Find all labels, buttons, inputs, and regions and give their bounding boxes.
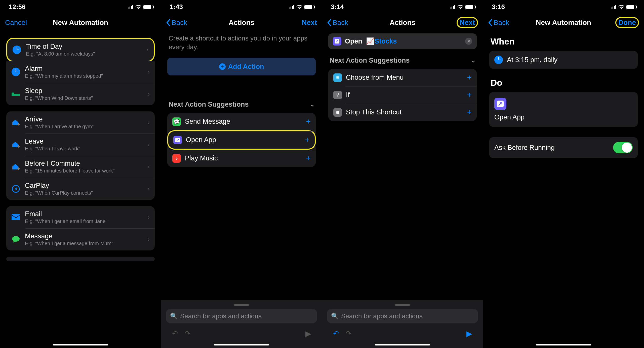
- search-icon: 🔍: [170, 313, 178, 320]
- clock-icon: [494, 56, 503, 64]
- trigger-sub: E.g. "When I arrive at the gym": [25, 124, 143, 129]
- chevron-right-icon: ›: [148, 163, 150, 170]
- trigger-title: Before I Commute: [25, 160, 143, 167]
- redo-button[interactable]: ↷: [342, 329, 355, 338]
- back-button[interactable]: Back: [166, 19, 187, 27]
- summary-content: When At 3:15 pm, daily Do Open App Ask B…: [483, 31, 644, 348]
- trigger-time-of-day[interactable]: Time of Day E.g. "At 8:00 am on weekdays…: [6, 38, 155, 62]
- svg-rect-7: [18, 167, 19, 169]
- next-button[interactable]: Next: [302, 19, 317, 27]
- trigger-title: Time of Day: [26, 43, 142, 51]
- trigger-email[interactable]: Email E.g. "When I get an email from Jan…: [6, 206, 155, 228]
- battery-icon: [304, 5, 314, 9]
- add-action-button[interactable]: + Add Action: [167, 58, 316, 75]
- trigger-commute[interactable]: Before I Commute E.g. "15 minutes before…: [6, 156, 155, 178]
- suggestion-stop[interactable]: ■ Stop This Shortcut +: [328, 104, 477, 121]
- stocks-emoji: 📈: [366, 37, 375, 45]
- trigger-title: Message: [25, 232, 143, 240]
- suggestion-send-message[interactable]: 💬 Send Message +: [167, 113, 316, 130]
- play-button[interactable]: ▶: [302, 329, 314, 338]
- trigger-title: Email: [25, 210, 143, 218]
- trigger-sub: E.g. "At 8:00 am on weekdays": [26, 51, 142, 57]
- back-button[interactable]: Back: [327, 19, 348, 27]
- suggestion-title: Choose from Menu: [346, 74, 463, 81]
- suggestions-header[interactable]: Next Action Suggestions ⌄: [328, 57, 477, 64]
- screen-actions-configured: 3:14 Back Actions Next Open 📈Stocks ✕: [322, 0, 483, 348]
- chevron-right-icon: ›: [148, 141, 150, 148]
- cancel-button[interactable]: Cancel: [5, 19, 27, 27]
- search-input[interactable]: 🔍 Search for apps and actions: [327, 309, 478, 323]
- screen-automation-summary: 3:16 Back New Automation Done When At 3:…: [483, 0, 644, 348]
- wifi-icon: [457, 5, 463, 9]
- redo-button[interactable]: ↷: [181, 329, 194, 338]
- play-button[interactable]: ▶: [463, 329, 475, 338]
- status-bar: 1:43: [161, 0, 322, 14]
- status-time: 3:14: [331, 3, 344, 11]
- search-placeholder: Search for apps and actions: [180, 312, 262, 320]
- add-icon[interactable]: +: [306, 117, 311, 126]
- home-indicator: [375, 344, 430, 345]
- search-input[interactable]: 🔍 Search for apps and actions: [166, 309, 317, 323]
- search-placeholder: Search for apps and actions: [341, 312, 423, 320]
- trigger-title: Arrive: [25, 115, 143, 123]
- clear-action-button[interactable]: ✕: [465, 38, 472, 45]
- trigger-sleep[interactable]: Sleep E.g. "When Wind Down starts" ›: [6, 83, 155, 105]
- actions-content: Create a shortcut to actions you do in y…: [161, 31, 322, 348]
- add-icon[interactable]: +: [305, 135, 310, 145]
- do-row[interactable]: Open App: [489, 92, 638, 127]
- done-button[interactable]: Done: [615, 17, 639, 28]
- grabber-handle[interactable]: [234, 304, 249, 306]
- undo-button[interactable]: ↶: [330, 329, 342, 338]
- add-icon[interactable]: +: [467, 73, 472, 82]
- next-button[interactable]: Next: [457, 17, 478, 28]
- chevron-right-icon: ›: [148, 68, 150, 75]
- back-label: Back: [333, 19, 348, 27]
- ask-before-running-toggle[interactable]: [613, 142, 633, 153]
- status-icons: [611, 5, 636, 9]
- automation-triggers-list: Time of Day E.g. "At 8:00 am on weekdays…: [0, 31, 161, 348]
- chevron-right-icon: ›: [148, 91, 150, 98]
- trigger-sub: E.g. "15 minutes before I leave for work…: [25, 168, 143, 174]
- nav-bar: Cancel New Automation: [0, 14, 161, 31]
- signal-icon: [128, 5, 133, 9]
- grabber-handle[interactable]: [395, 304, 410, 306]
- do-action-title: Open App: [494, 113, 633, 121]
- trigger-sub: E.g. "When Wind Down starts": [25, 95, 143, 101]
- signal-icon: [611, 5, 616, 9]
- ask-label: Ask Before Running: [494, 144, 555, 152]
- trigger-carplay[interactable]: CarPlay E.g. "When CarPlay connects" ›: [6, 178, 155, 200]
- action-param[interactable]: Stocks: [375, 37, 397, 45]
- description-text: Create a shortcut to actions you do in y…: [167, 31, 316, 54]
- suggestion-title: Send Message: [185, 118, 302, 125]
- messages-app-icon: 💬: [172, 117, 181, 126]
- back-label: Back: [494, 19, 509, 27]
- add-icon[interactable]: +: [467, 90, 472, 100]
- trigger-sub: E.g. "When I leave work": [25, 146, 143, 152]
- battery-icon: [143, 5, 153, 9]
- screen-new-automation: 12:56 Cancel New Automation Time of Day …: [0, 0, 161, 348]
- trigger-sub: E.g. "When I get a message from Mum": [25, 241, 143, 246]
- chevron-back-icon: [327, 19, 332, 26]
- trigger-arrive[interactable]: Arrive E.g. "When I arrive at the gym" ›: [6, 111, 155, 134]
- suggestions-header[interactable]: Next Action Suggestions ⌄: [167, 101, 316, 108]
- add-icon[interactable]: +: [467, 108, 472, 117]
- back-button[interactable]: Back: [488, 19, 509, 27]
- trigger-alarm[interactable]: Alarm E.g. "When my alarm has stopped" ›: [6, 61, 155, 83]
- suggestion-choose-menu[interactable]: ≡ Choose from Menu +: [328, 69, 477, 86]
- open-app-icon: [333, 37, 341, 46]
- suggestion-open-app[interactable]: Open App +: [167, 130, 316, 150]
- trigger-leave[interactable]: Leave E.g. "When I leave work" ›: [6, 134, 155, 156]
- action-open-stocks[interactable]: Open 📈Stocks ✕: [328, 33, 477, 49]
- suggestion-play-music[interactable]: ♪ Play Music +: [167, 150, 316, 167]
- when-row[interactable]: At 3:15 pm, daily: [489, 51, 638, 69]
- trigger-sub: E.g. "When my alarm has stopped": [25, 73, 143, 79]
- suggestion-if[interactable]: ⑂ If +: [328, 86, 477, 104]
- wifi-icon: [135, 5, 141, 9]
- suggestion-title: Play Music: [185, 154, 302, 162]
- commute-icon: [11, 162, 20, 171]
- trigger-message[interactable]: Message E.g. "When I get a message from …: [6, 228, 155, 250]
- undo-button[interactable]: ↶: [169, 329, 181, 338]
- add-icon[interactable]: +: [306, 154, 311, 163]
- back-label: Back: [172, 19, 187, 27]
- status-time: 3:16: [492, 3, 505, 11]
